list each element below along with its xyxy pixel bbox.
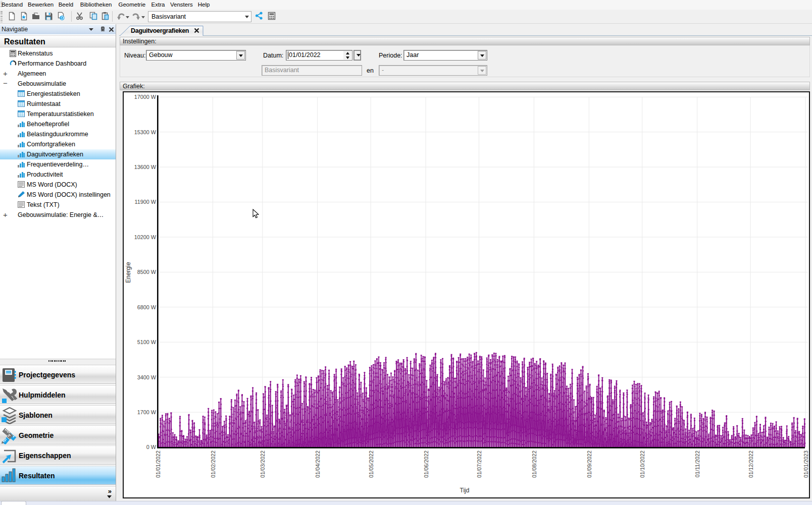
svg-text:15300 W: 15300 W [134, 129, 157, 135]
svg-text:5100 W: 5100 W [137, 339, 157, 345]
svg-text:01/05/2022: 01/05/2022 [368, 451, 374, 478]
svg-text:13600 W: 13600 W [134, 164, 157, 170]
svg-text:01/06/2022: 01/06/2022 [423, 451, 429, 478]
svg-text:01/01/2022: 01/01/2022 [155, 451, 161, 478]
svg-text:01/12/2022: 01/12/2022 [748, 451, 754, 478]
svg-text:Energie: Energie [125, 262, 132, 283]
svg-text:8500 W: 8500 W [137, 269, 157, 275]
svg-text:10200 W: 10200 W [134, 234, 157, 240]
svg-text:01/04/2022: 01/04/2022 [315, 451, 321, 478]
svg-text:01/03/2022: 01/03/2022 [260, 451, 266, 478]
svg-text:17000 W: 17000 W [134, 94, 157, 100]
svg-text:1700 W: 1700 W [137, 409, 157, 415]
svg-text:01/01/2023: 01/01/2023 [803, 451, 809, 478]
svg-text:01/10/2022: 01/10/2022 [639, 451, 645, 478]
svg-text:6800 W: 6800 W [137, 304, 157, 310]
svg-text:01/09/2022: 01/09/2022 [586, 451, 592, 478]
svg-text:01/11/2022: 01/11/2022 [694, 451, 700, 477]
svg-text:11900 W: 11900 W [135, 199, 157, 205]
svg-text:Tijd: Tijd [460, 487, 470, 494]
svg-text:01/08/2022: 01/08/2022 [531, 451, 537, 478]
svg-text:01/07/2022: 01/07/2022 [476, 451, 482, 478]
svg-text:3400 W: 3400 W [137, 374, 157, 380]
svg-text:01/02/2022: 01/02/2022 [210, 451, 216, 478]
svg-text:0 W: 0 W [146, 444, 157, 450]
